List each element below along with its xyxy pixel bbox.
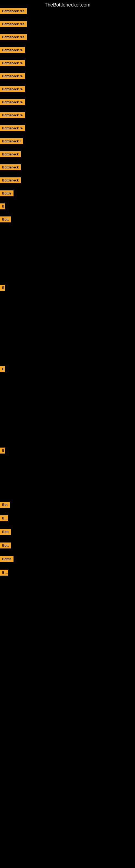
bottleneck-button-4[interactable]: Bottleneck re (0, 47, 25, 53)
bottleneck-button-12[interactable]: Bottleneck (0, 151, 21, 157)
bottleneck-button-10[interactable]: Bottleneck re (0, 125, 25, 131)
bottleneck-button-3[interactable]: Bottleneck res (0, 34, 27, 40)
bottleneck-button-24[interactable]: Bott (0, 542, 11, 549)
bottleneck-button-20[interactable]: B (0, 447, 5, 454)
bottleneck-button-16[interactable]: B (0, 204, 5, 209)
bottleneck-button-19[interactable]: B (0, 366, 5, 372)
bottleneck-button-1[interactable]: Bottleneck res (0, 8, 27, 14)
bottleneck-button-26[interactable]: Bo (0, 569, 8, 576)
bottleneck-button-13[interactable]: Bottleneck (0, 164, 21, 170)
bottleneck-button-7[interactable]: Bottleneck re (0, 86, 25, 92)
bottleneck-button-18[interactable]: B (0, 285, 5, 291)
bottleneck-button-6[interactable]: Bottleneck re (0, 73, 25, 79)
bottleneck-button-17[interactable]: Bott (0, 216, 11, 222)
bottleneck-button-5[interactable]: Bottleneck re (0, 60, 25, 66)
bottleneck-button-22[interactable]: Bo (0, 516, 8, 521)
bottleneck-button-15[interactable]: Bottle (0, 190, 13, 196)
bottleneck-button-14[interactable]: Bottleneck (0, 177, 21, 183)
bottleneck-button-8[interactable]: Bottleneck re (0, 99, 25, 105)
bottleneck-button-21[interactable]: Bot (0, 502, 10, 508)
bottleneck-button-11[interactable]: Bottleneck r (0, 138, 23, 144)
bottleneck-button-9[interactable]: Bottleneck re (0, 112, 25, 118)
bottleneck-button-25[interactable]: Bottle (0, 556, 13, 562)
bottleneck-button-2[interactable]: Bottleneck res (0, 21, 27, 27)
bottleneck-button-23[interactable]: Bott (0, 529, 11, 535)
